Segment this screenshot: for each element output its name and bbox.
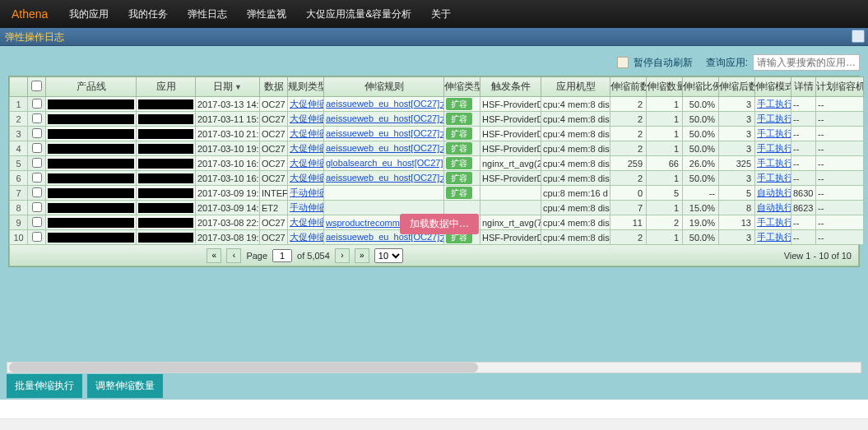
ruletype-link[interactable]: 手动伸缩	[290, 202, 324, 212]
col-detail[interactable]: 详情	[791, 77, 816, 97]
row-number: 2	[10, 112, 28, 127]
mode-link[interactable]: 手工执行	[757, 217, 791, 227]
cell-rule: aeissueweb_eu_host[OC27]大促	[324, 97, 444, 112]
ruletype-link[interactable]: 大促伸缩	[290, 128, 324, 138]
col-select-all[interactable]	[28, 77, 46, 97]
pager-page-input[interactable]	[272, 249, 292, 262]
select-all-checkbox[interactable]	[31, 81, 42, 91]
table-row[interactable]: 7 2017-03-09 19: INTEF 手动伸缩 扩容 cpu:8 mem…	[10, 186, 864, 201]
row-checkbox[interactable]	[32, 158, 42, 168]
mode-link[interactable]: 手工执行	[757, 128, 791, 138]
row-checkbox-cell	[28, 186, 46, 201]
mode-link[interactable]: 手工执行	[757, 113, 791, 123]
col-after[interactable]: 伸缩后数	[719, 77, 755, 97]
rule-link[interactable]: aeissueweb_eu_host[OC27]大促	[326, 143, 444, 153]
ruletype-link[interactable]: 大促伸缩	[290, 143, 324, 153]
pager-first-button[interactable]: «	[207, 248, 221, 263]
row-checkbox[interactable]	[32, 202, 42, 212]
nav-elastic-log[interactable]: 弹性日志	[178, 0, 237, 28]
row-checkbox[interactable]	[32, 143, 42, 153]
rule-link[interactable]: aeissueweb_eu_host[OC27]大促	[326, 128, 444, 138]
mode-link[interactable]: 手工执行	[757, 232, 791, 242]
cell-product	[46, 112, 137, 127]
mode-link[interactable]: 自动执行	[757, 187, 791, 197]
table-row[interactable]: 2 2017-03-11 15: OC27 大促伸缩 aeissueweb_eu…	[10, 112, 864, 127]
row-checkbox[interactable]	[32, 113, 42, 123]
top-nav: Athena 我的应用 我的任务 弹性日志 弹性监视 大促应用流量&容量分析 关…	[0, 0, 868, 28]
cell-dc: OC27	[260, 215, 288, 230]
cell-machinetype: cpu:4 mem:8 dis	[541, 201, 610, 215]
ruletype-link[interactable]: 大促伸缩	[290, 99, 324, 109]
col-mode[interactable]: 伸缩模式	[755, 77, 791, 97]
nav-myapps[interactable]: 我的应用	[59, 0, 118, 28]
nav-about[interactable]: 关于	[421, 0, 461, 28]
col-trigger[interactable]: 触发条件	[480, 77, 541, 97]
row-checkbox[interactable]	[32, 173, 42, 183]
mode-link[interactable]: 手工执行	[757, 173, 791, 183]
col-product[interactable]: 产品线	[46, 77, 137, 97]
grid-horizontal-scrollbar[interactable]	[7, 362, 861, 373]
col-rule[interactable]: 伸缩规则	[324, 77, 444, 97]
cell-trigger: HSF-ProviderD	[480, 230, 541, 245]
adjust-scale-button[interactable]: 调整伸缩数量	[87, 374, 163, 398]
row-checkbox[interactable]	[32, 128, 42, 138]
pager-prev-button[interactable]: ‹	[226, 248, 241, 263]
rule-link[interactable]: aeissueweb_eu_host[OC27]大促	[326, 173, 444, 183]
rule-link[interactable]: aeissueweb_eu_host[OC27]大促	[326, 113, 444, 123]
batch-scale-button[interactable]: 批量伸缩执行	[7, 374, 82, 398]
nav-elastic-monitor[interactable]: 弹性监视	[237, 0, 296, 28]
cell-ratio: 50.0%	[683, 230, 719, 245]
col-dc[interactable]: 数据	[260, 77, 288, 97]
ruletype-link[interactable]: 手动伸缩	[290, 187, 324, 197]
col-plan[interactable]: 计划缩容机器	[816, 77, 864, 97]
ruletype-link[interactable]: 大促伸缩	[290, 173, 324, 183]
table-row[interactable]: 6 2017-03-10 16: OC27 大促伸缩 aeissueweb_eu…	[10, 171, 864, 186]
row-checkbox[interactable]	[32, 217, 42, 227]
ruletype-link[interactable]: 大促伸缩	[290, 158, 324, 168]
rule-link[interactable]: globalsearch_eu_host[OC27]大	[326, 158, 444, 168]
col-count[interactable]: 伸缩数量	[647, 77, 683, 97]
mode-link[interactable]: 自动执行	[757, 202, 791, 212]
table-row[interactable]: 1 2017-03-13 14: OC27 大促伸缩 aeissueweb_eu…	[10, 97, 864, 112]
refresh-icon[interactable]	[852, 30, 865, 43]
row-checkbox[interactable]	[32, 99, 42, 109]
cell-trigger: HSF-ProviderD	[480, 127, 541, 141]
row-checkbox[interactable]	[32, 232, 42, 242]
col-ruletype[interactable]: 规则类型	[288, 77, 324, 97]
mode-link[interactable]: 手工执行	[757, 158, 791, 168]
col-rownum[interactable]	[10, 77, 28, 97]
mode-link[interactable]: 手工执行	[757, 99, 791, 109]
mode-link[interactable]: 手工执行	[757, 143, 791, 153]
cell-ratio: 50.0%	[683, 141, 719, 156]
table-row[interactable]: 5 2017-03-10 16: OC27 大促伸缩 globalsearch_…	[10, 156, 864, 171]
col-ratio[interactable]: 伸缩比例	[683, 77, 719, 97]
ruletype-link[interactable]: 大促伸缩	[290, 113, 324, 123]
nav-promo-analysis[interactable]: 大促应用流量&容量分析	[296, 0, 421, 28]
cell-after: 325	[719, 156, 755, 171]
row-checkbox-cell	[28, 171, 46, 186]
cell-plan: --	[816, 230, 864, 245]
col-machinetype[interactable]: 应用机型	[541, 77, 610, 97]
ruletype-link[interactable]: 大促伸缩	[290, 232, 324, 242]
redacted-bar	[48, 129, 134, 139]
row-checkbox[interactable]	[32, 187, 42, 197]
col-app[interactable]: 应用	[137, 77, 196, 97]
pager-next-button[interactable]: ›	[335, 248, 350, 263]
ruletype-link[interactable]: 大促伸缩	[290, 217, 324, 227]
col-scaletype[interactable]: 伸缩类型	[444, 77, 480, 97]
search-input[interactable]	[753, 54, 860, 71]
table-row[interactable]: 4 2017-03-10 19: OC27 大促伸缩 aeissueweb_eu…	[10, 141, 864, 156]
cell-dc: OC27	[260, 156, 288, 171]
pager-size-select[interactable]: 10	[374, 248, 403, 263]
col-date[interactable]: 日期▼	[196, 77, 260, 97]
col-before[interactable]: 伸缩前数	[610, 77, 647, 97]
table-row[interactable]: 3 2017-03-10 21: OC27 大促伸缩 aeissueweb_eu…	[10, 127, 864, 141]
window-horizontal-scrollbar[interactable]	[0, 418, 868, 430]
pause-auto-refresh-checkbox[interactable]	[617, 57, 629, 68]
cell-after: 3	[719, 171, 755, 186]
cell-trigger	[480, 201, 541, 215]
table-row[interactable]: 8 2017-03-09 14: ET2 手动伸缩 cpu:4 mem:8 di…	[10, 201, 864, 215]
rule-link[interactable]: aeissueweb_eu_host[OC27]大促	[326, 99, 444, 109]
nav-mytasks[interactable]: 我的任务	[118, 0, 178, 28]
pager-last-button[interactable]: »	[355, 248, 369, 263]
